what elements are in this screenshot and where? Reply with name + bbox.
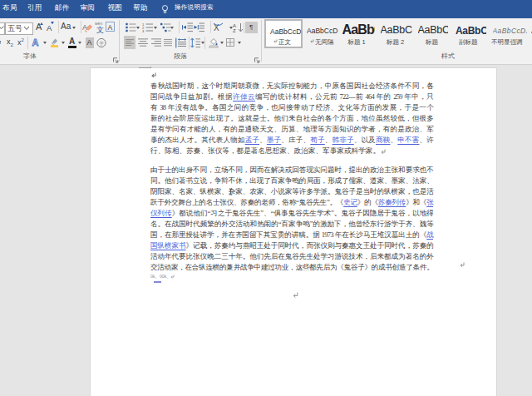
svg-text:Z: Z bbox=[233, 28, 236, 32]
svg-text:3: 3 bbox=[142, 29, 145, 33]
svg-text:文: 文 bbox=[96, 26, 104, 33]
svg-text:A: A bbox=[233, 23, 236, 28]
svg-text:字: 字 bbox=[99, 40, 104, 45]
svg-text:A: A bbox=[82, 23, 87, 32]
